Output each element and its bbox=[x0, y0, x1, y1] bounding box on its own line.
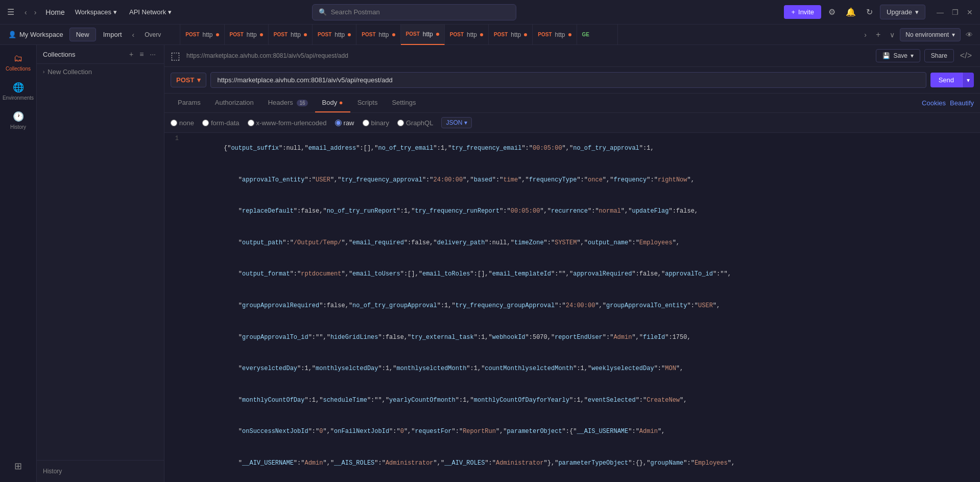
collections-filter-button[interactable]: ≡ bbox=[137, 49, 146, 59]
sidebar-item-collections[interactable]: 🗂 Collections bbox=[3, 49, 34, 76]
tab-nav-right[interactable]: › bbox=[861, 29, 870, 41]
share-button[interactable]: Share bbox=[924, 49, 954, 62]
tab-post-3[interactable]: POST http bbox=[269, 25, 313, 45]
radio-graphql[interactable]: GraphQL bbox=[397, 119, 433, 127]
history-icon: 🕐 bbox=[13, 111, 24, 122]
tab-dot-7 bbox=[480, 33, 483, 36]
cookies-button[interactable]: Cookies bbox=[922, 99, 946, 107]
settings-button[interactable]: ⚙ bbox=[825, 5, 839, 19]
request-url-bar: ⬚ https://marketplace.aivhub.com:8081/ai… bbox=[164, 45, 980, 67]
tab-post-4[interactable]: POST http bbox=[313, 25, 356, 45]
back-button[interactable]: ‹ bbox=[21, 6, 30, 18]
tab-label-5: http bbox=[379, 31, 389, 38]
no-environment-button[interactable]: No environment ▾ bbox=[900, 28, 961, 41]
method-url-row: POST ▾ Send ▾ bbox=[164, 67, 980, 94]
tab-nav-left[interactable]: ‹ bbox=[129, 29, 138, 41]
tab-headers[interactable]: Headers 16 bbox=[261, 94, 315, 112]
search-bar[interactable]: 🔍 Search Postman bbox=[312, 4, 516, 20]
window-controls: — ❐ ✕ bbox=[934, 6, 976, 18]
radio-urlencoded[interactable]: x-www-form-urlencoded bbox=[248, 119, 327, 127]
sidebar-item-environments[interactable]: 🌐 Environments bbox=[3, 78, 34, 105]
send-button[interactable]: Send bbox=[930, 73, 962, 87]
tab-method-7: POST bbox=[450, 32, 464, 37]
send-dropdown-button[interactable]: ▾ bbox=[962, 73, 974, 87]
code-line-12: "exportReport":0,"inlineReport":0} bbox=[164, 479, 980, 482]
overview-tab[interactable]: Overv bbox=[139, 25, 180, 45]
home-label[interactable]: Home bbox=[43, 8, 66, 16]
tab-method-9: POST bbox=[538, 32, 552, 37]
maximize-button[interactable]: ❐ bbox=[949, 6, 962, 18]
tab-params[interactable]: Params bbox=[171, 94, 208, 112]
sidebar-item-mock[interactable]: ⊞ bbox=[3, 456, 34, 476]
tab-method-8: POST bbox=[494, 32, 508, 37]
tab-method-3: POST bbox=[274, 32, 288, 37]
workspaces-button[interactable]: Workspaces ▾ bbox=[71, 6, 121, 18]
collections-more-button[interactable]: ··· bbox=[148, 49, 158, 59]
tab-body[interactable]: Body ● bbox=[315, 94, 350, 112]
tab-label-7: http bbox=[467, 31, 477, 38]
beautify-button[interactable]: Beautify bbox=[950, 99, 974, 107]
upgrade-button[interactable]: Upgrade ▾ bbox=[880, 5, 925, 19]
api-network-button[interactable]: API Network ▾ bbox=[125, 6, 176, 18]
environments-icon: 🌐 bbox=[13, 82, 24, 93]
tab-post-8[interactable]: POST http bbox=[489, 25, 533, 45]
invite-button[interactable]: + Invite bbox=[784, 5, 821, 19]
request-panel: ⬚ https://marketplace.aivhub.com:8081/ai… bbox=[164, 45, 980, 482]
tab-post-5[interactable]: POST http bbox=[356, 25, 400, 45]
code-button[interactable]: </> bbox=[958, 49, 974, 62]
sync-button[interactable]: ↻ bbox=[863, 5, 876, 19]
forward-button[interactable]: › bbox=[31, 6, 40, 18]
import-button[interactable]: Import bbox=[98, 28, 127, 41]
tab-method-6: POST bbox=[406, 31, 420, 37]
tab-settings[interactable]: Settings bbox=[385, 94, 423, 112]
url-input[interactable] bbox=[210, 72, 926, 88]
workspace-label[interactable]: 👤 My Workspace bbox=[4, 31, 67, 38]
radio-none[interactable]: none bbox=[171, 119, 194, 127]
json-selector[interactable]: JSON ▾ bbox=[441, 117, 472, 128]
menu-icon[interactable]: ☰ bbox=[4, 5, 17, 19]
code-line-1: 1 {"output_suffix":null,"email_address":… bbox=[164, 133, 980, 165]
collections-add-button[interactable]: + bbox=[127, 49, 135, 59]
tab-dot-8 bbox=[524, 33, 527, 36]
tab-post-7[interactable]: POST http bbox=[445, 25, 489, 45]
tab-authorization[interactable]: Authorization bbox=[208, 94, 261, 112]
radio-raw[interactable]: raw bbox=[335, 119, 354, 127]
tab-scripts[interactable]: Scripts bbox=[350, 94, 385, 112]
save-dropdown-icon: ▾ bbox=[911, 52, 914, 59]
tab-post-2[interactable]: POST http bbox=[225, 25, 269, 45]
radio-form-data[interactable]: form-data bbox=[202, 119, 240, 127]
close-button[interactable]: ✕ bbox=[964, 6, 976, 18]
method-select[interactable]: POST ▾ bbox=[171, 73, 206, 87]
tab-dot-6 bbox=[436, 33, 439, 36]
request-url-display: https://marketplace.aivhub.com:8081/aiv/… bbox=[186, 52, 872, 59]
minimize-button[interactable]: — bbox=[934, 6, 947, 18]
new-collection-item[interactable]: › New Collection bbox=[37, 64, 164, 80]
radio-binary[interactable]: binary bbox=[363, 119, 389, 127]
tab-overflow-button[interactable]: ∨ bbox=[887, 29, 898, 41]
tab-dot-3 bbox=[304, 33, 307, 36]
sidebar-item-history[interactable]: 🕐 History bbox=[3, 107, 34, 134]
tab-label-6: http bbox=[423, 31, 433, 38]
tab-method-2: POST bbox=[230, 32, 244, 37]
new-collection-chevron: › bbox=[43, 69, 44, 75]
tab-post-9[interactable]: POST http bbox=[533, 25, 577, 45]
tab-label-8: http bbox=[511, 31, 521, 38]
add-tab-button[interactable]: + bbox=[872, 28, 885, 41]
tab-label-2: http bbox=[247, 31, 257, 38]
save-button[interactable]: 💾 Save ▾ bbox=[876, 49, 920, 62]
tab-method-1: POST bbox=[185, 32, 199, 37]
code-editor[interactable]: 1 {"output_suffix":null,"email_address":… bbox=[164, 133, 980, 482]
tab-dot-2 bbox=[260, 33, 263, 36]
tab-get-1[interactable]: GE bbox=[577, 25, 618, 45]
code-line-6: "groupApprovalRequired":false,"no_of_try… bbox=[164, 290, 980, 322]
tab-post-1[interactable]: POST http bbox=[180, 25, 224, 45]
notifications-button[interactable]: 🔔 bbox=[843, 5, 859, 19]
overview-label: Overv bbox=[145, 31, 161, 38]
new-button[interactable]: New bbox=[69, 28, 96, 41]
history-title[interactable]: History bbox=[43, 465, 158, 478]
tab-post-6-active[interactable]: POST http bbox=[401, 25, 445, 45]
eye-icon-button[interactable]: 👁 bbox=[963, 29, 976, 41]
headers-badge: 16 bbox=[297, 100, 307, 106]
tab-label-3: http bbox=[291, 31, 301, 38]
code-line-4: "output_path":"/Output/Temp/","email_req… bbox=[164, 227, 980, 259]
